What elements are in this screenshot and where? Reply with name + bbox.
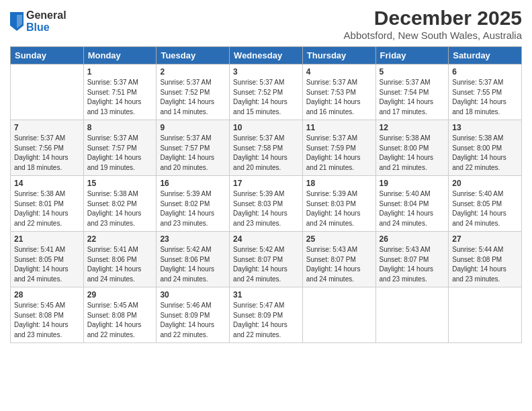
day-info: Sunrise: 5:37 AM Sunset: 7:57 PM Dayligh… [160,134,226,173]
day-number: 22 [87,234,153,244]
day-info: Sunrise: 5:37 AM Sunset: 7:56 PM Dayligh… [14,134,80,173]
day-info: Sunrise: 5:37 AM Sunset: 7:57 PM Dayligh… [87,134,153,173]
day-number: 27 [452,234,518,244]
logo-general: General [26,9,66,21]
day-info: Sunrise: 5:39 AM Sunset: 8:02 PM Dayligh… [160,189,226,228]
calendar-page: General Blue December 2025 Abbotsford, N… [0,0,532,411]
day-info: Sunrise: 5:37 AM Sunset: 7:53 PM Dayligh… [306,78,372,117]
day-number: 10 [233,123,299,132]
day-info: Sunrise: 5:41 AM Sunset: 8:05 PM Dayligh… [14,245,80,284]
day-info: Sunrise: 5:37 AM Sunset: 7:54 PM Dayligh… [380,78,445,117]
day-number: 7 [14,123,80,132]
calendar-cell [11,64,84,120]
calendar-cell: 18Sunrise: 5:39 AM Sunset: 8:03 PM Dayli… [302,176,375,232]
day-number: 25 [306,234,372,244]
day-info: Sunrise: 5:37 AM Sunset: 7:51 PM Dayligh… [87,78,153,117]
weekday-header-monday: Monday [83,47,157,64]
calendar-cell: 15Sunrise: 5:38 AM Sunset: 8:02 PM Dayli… [83,176,157,232]
calendar-cell: 19Sunrise: 5:40 AM Sunset: 8:04 PM Dayli… [375,176,449,232]
weekday-header-sunday: Sunday [11,47,84,64]
page-header: General Blue December 2025 Abbotsford, N… [10,7,522,41]
calendar-cell: 26Sunrise: 5:43 AM Sunset: 8:07 PM Dayli… [375,232,449,287]
calendar-week-row: 14Sunrise: 5:38 AM Sunset: 8:01 PM Dayli… [11,176,522,232]
day-number: 19 [380,179,445,188]
day-number: 18 [306,179,372,188]
day-info: Sunrise: 5:39 AM Sunset: 8:03 PM Dayligh… [306,189,372,228]
day-number: 11 [306,123,372,132]
day-number: 29 [87,290,153,300]
day-info: Sunrise: 5:42 AM Sunset: 8:07 PM Dayligh… [233,245,299,284]
calendar-cell: 24Sunrise: 5:42 AM Sunset: 8:07 PM Dayli… [230,232,303,287]
calendar-cell: 25Sunrise: 5:43 AM Sunset: 8:07 PM Dayli… [302,232,375,287]
calendar-cell: 1Sunrise: 5:37 AM Sunset: 7:51 PM Daylig… [83,64,157,120]
month-title: December 2025 [344,7,522,30]
weekday-header-friday: Friday [375,47,449,64]
weekday-header-row: SundayMondayTuesdayWednesdayThursdayFrid… [11,47,522,64]
day-number: 3 [233,67,299,77]
day-info: Sunrise: 5:41 AM Sunset: 8:06 PM Dayligh… [87,245,153,284]
calendar-cell: 3Sunrise: 5:37 AM Sunset: 7:52 PM Daylig… [230,64,303,120]
day-info: Sunrise: 5:44 AM Sunset: 8:08 PM Dayligh… [452,245,518,284]
day-info: Sunrise: 5:38 AM Sunset: 8:02 PM Dayligh… [87,189,153,228]
day-number: 17 [233,179,299,188]
calendar-cell: 5Sunrise: 5:37 AM Sunset: 7:54 PM Daylig… [375,64,449,120]
day-info: Sunrise: 5:40 AM Sunset: 8:05 PM Dayligh… [452,189,518,228]
calendar-cell: 20Sunrise: 5:40 AM Sunset: 8:05 PM Dayli… [449,176,522,232]
day-number: 16 [160,179,226,188]
calendar-cell: 9Sunrise: 5:37 AM Sunset: 7:57 PM Daylig… [157,120,230,176]
calendar-cell: 31Sunrise: 5:47 AM Sunset: 8:09 PM Dayli… [230,287,303,343]
day-info: Sunrise: 5:40 AM Sunset: 8:04 PM Dayligh… [380,189,445,228]
day-number: 6 [452,67,518,77]
day-info: Sunrise: 5:37 AM Sunset: 7:52 PM Dayligh… [160,78,226,117]
calendar-cell: 28Sunrise: 5:45 AM Sunset: 8:08 PM Dayli… [11,287,84,343]
calendar-cell: 21Sunrise: 5:41 AM Sunset: 8:05 PM Dayli… [11,232,84,287]
calendar-cell: 11Sunrise: 5:37 AM Sunset: 7:59 PM Dayli… [302,120,375,176]
calendar-cell [449,287,522,343]
calendar-cell: 16Sunrise: 5:39 AM Sunset: 8:02 PM Dayli… [157,176,230,232]
day-number: 23 [160,234,226,244]
day-info: Sunrise: 5:42 AM Sunset: 8:06 PM Dayligh… [160,245,226,284]
location-title: Abbotsford, New South Wales, Australia [344,30,522,41]
day-number: 15 [87,179,153,188]
day-number: 31 [233,290,299,300]
day-number: 2 [160,67,226,77]
day-info: Sunrise: 5:37 AM Sunset: 7:55 PM Dayligh… [452,78,518,117]
calendar-cell: 12Sunrise: 5:38 AM Sunset: 8:00 PM Dayli… [375,120,449,176]
day-number: 28 [14,290,80,300]
day-number: 26 [380,234,445,244]
calendar-cell: 10Sunrise: 5:37 AM Sunset: 7:58 PM Dayli… [230,120,303,176]
weekday-header-wednesday: Wednesday [230,47,303,64]
calendar-cell: 13Sunrise: 5:38 AM Sunset: 8:00 PM Dayli… [449,120,522,176]
day-info: Sunrise: 5:45 AM Sunset: 8:08 PM Dayligh… [14,301,80,340]
day-info: Sunrise: 5:43 AM Sunset: 8:07 PM Dayligh… [306,245,372,284]
day-number: 5 [380,67,445,77]
calendar-table: SundayMondayTuesdayWednesdayThursdayFrid… [10,46,522,343]
calendar-cell [375,287,449,343]
calendar-cell: 29Sunrise: 5:45 AM Sunset: 8:08 PM Dayli… [83,287,157,343]
calendar-week-row: 28Sunrise: 5:45 AM Sunset: 8:08 PM Dayli… [11,287,522,343]
calendar-cell: 8Sunrise: 5:37 AM Sunset: 7:57 PM Daylig… [83,120,157,176]
logo-blue: Blue [26,21,66,34]
calendar-week-row: 1Sunrise: 5:37 AM Sunset: 7:51 PM Daylig… [11,64,522,120]
day-info: Sunrise: 5:45 AM Sunset: 8:08 PM Dayligh… [87,301,153,340]
day-number: 9 [160,123,226,132]
calendar-cell: 27Sunrise: 5:44 AM Sunset: 8:08 PM Dayli… [449,232,522,287]
calendar-week-row: 21Sunrise: 5:41 AM Sunset: 8:05 PM Dayli… [11,232,522,287]
title-block: December 2025 Abbotsford, New South Wale… [344,7,522,41]
calendar-cell: 4Sunrise: 5:37 AM Sunset: 7:53 PM Daylig… [302,64,375,120]
weekday-header-saturday: Saturday [449,47,522,64]
calendar-cell: 23Sunrise: 5:42 AM Sunset: 8:06 PM Dayli… [157,232,230,287]
day-number: 20 [452,179,518,188]
day-info: Sunrise: 5:47 AM Sunset: 8:09 PM Dayligh… [233,301,299,340]
calendar-cell: 2Sunrise: 5:37 AM Sunset: 7:52 PM Daylig… [157,64,230,120]
day-number: 1 [87,67,153,77]
day-number: 12 [380,123,445,132]
calendar-cell: 22Sunrise: 5:41 AM Sunset: 8:06 PM Dayli… [83,232,157,287]
calendar-cell: 30Sunrise: 5:46 AM Sunset: 8:09 PM Dayli… [157,287,230,343]
day-info: Sunrise: 5:37 AM Sunset: 7:59 PM Dayligh… [306,134,372,173]
weekday-header-thursday: Thursday [302,47,375,64]
calendar-cell: 17Sunrise: 5:39 AM Sunset: 8:03 PM Dayli… [230,176,303,232]
logo-text: General Blue [26,9,66,33]
day-number: 13 [452,123,518,132]
calendar-cell: 7Sunrise: 5:37 AM Sunset: 7:56 PM Daylig… [11,120,84,176]
